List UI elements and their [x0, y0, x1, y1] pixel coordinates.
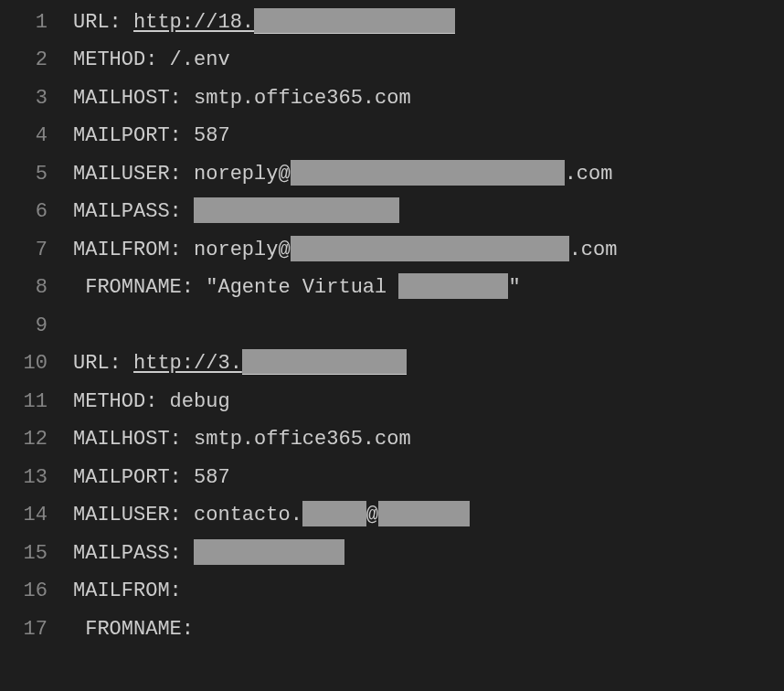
code-line[interactable]: 17 FROMNAME:: [0, 611, 784, 649]
line-content[interactable]: MAILUSER: noreply@.com: [73, 155, 612, 194]
line-number: 7: [0, 231, 73, 270]
code-line[interactable]: 6MAILPASS:: [0, 194, 784, 232]
line-number: 13: [0, 459, 73, 497]
line-number: 17: [0, 611, 73, 649]
code-line[interactable]: 4MAILPORT: 587: [0, 118, 784, 156]
line-content[interactable]: MAILPORT: 587: [73, 117, 230, 155]
url-link[interactable]: http://18.: [133, 4, 254, 42]
code-line[interactable]: 13MAILPORT: 587: [0, 459, 784, 497]
line-number: 3: [0, 80, 73, 118]
text-segment: .com: [565, 155, 613, 194]
code-editor[interactable]: 1URL: http://18.2METHOD: /.env3MAILHOST:…: [0, 0, 784, 649]
line-content[interactable]: MAILHOST: smtp.office365.com: [73, 80, 411, 118]
line-content[interactable]: MAILUSER: contacto.@: [73, 496, 470, 535]
code-line[interactable]: 8 FROMNAME: "Agente Virtual ": [0, 270, 784, 308]
line-number: 2: [0, 41, 73, 80]
line-number: 16: [0, 572, 73, 611]
text-segment: URL:: [73, 4, 133, 42]
line-content[interactable]: METHOD: debug: [73, 383, 230, 421]
line-content[interactable]: FROMNAME: "Agente Virtual ": [73, 269, 521, 307]
line-number: 9: [0, 307, 73, 346]
line-number: 4: [0, 117, 73, 155]
code-line[interactable]: 10URL: http://3.: [0, 346, 784, 384]
line-content[interactable]: MAILPASS:: [73, 535, 344, 573]
code-line[interactable]: 9: [0, 307, 784, 346]
code-line[interactable]: 11METHOD: debug: [0, 383, 784, 421]
line-content[interactable]: MAILFROM:: [73, 572, 182, 611]
code-line[interactable]: 5MAILUSER: noreply@.com: [0, 155, 784, 194]
indent: [73, 269, 85, 307]
code-line[interactable]: 15MAILPASS:: [0, 535, 784, 573]
code-line[interactable]: 3MAILHOST: smtp.office365.com: [0, 80, 784, 118]
text-segment: MAILUSER: contacto.: [73, 496, 302, 535]
url-link[interactable]: http://3.: [133, 345, 242, 383]
text-segment: METHOD: /.env: [73, 41, 230, 80]
line-number: 5: [0, 155, 73, 194]
redacted-block: [291, 236, 569, 261]
line-number: 12: [0, 420, 73, 459]
code-line[interactable]: 7MAILFROM: noreply@.com: [0, 231, 784, 270]
line-content[interactable]: MAILFROM: noreply@.com: [73, 231, 617, 270]
indent: [73, 611, 85, 649]
line-number: 11: [0, 383, 73, 421]
text-segment: MAILHOST: smtp.office365.com: [73, 420, 411, 459]
code-line[interactable]: 2METHOD: /.env: [0, 42, 784, 80]
text-segment: MAILPORT: 587: [73, 117, 230, 155]
redacted-block: [378, 501, 470, 526]
text-segment: @: [366, 496, 378, 535]
redacted-block: [194, 197, 399, 223]
line-number: 1: [0, 4, 73, 42]
code-line[interactable]: 12MAILHOST: smtp.office365.com: [0, 421, 784, 460]
code-line[interactable]: 1URL: http://18.: [0, 4, 784, 42]
line-number: 8: [0, 269, 73, 307]
line-content[interactable]: URL: http://18.: [73, 4, 455, 42]
text-segment: MAILFROM: noreply@: [73, 231, 291, 270]
line-content[interactable]: URL: http://3.: [73, 345, 407, 383]
text-segment: MAILPASS:: [73, 193, 194, 231]
line-content[interactable]: MAILHOST: smtp.office365.com: [73, 420, 411, 459]
redacted-block: [398, 273, 508, 299]
text-segment: METHOD: debug: [73, 383, 230, 421]
redacted-block: [242, 349, 407, 375]
line-content[interactable]: MAILPORT: 587: [73, 459, 230, 497]
text-segment: MAILHOST: smtp.office365.com: [73, 80, 411, 118]
text-segment: .com: [569, 231, 618, 270]
redacted-block: [194, 539, 344, 565]
text-segment: FROMNAME: "Agente Virtual: [85, 269, 398, 307]
line-content[interactable]: MAILPASS:: [73, 193, 399, 231]
line-number: 10: [0, 345, 73, 383]
line-number: 15: [0, 535, 73, 573]
text-segment: ": [508, 269, 520, 307]
text-segment: FROMNAME:: [85, 611, 194, 649]
text-segment: URL:: [73, 345, 133, 383]
text-segment: MAILUSER: noreply@: [73, 155, 291, 194]
line-number: 6: [0, 193, 73, 231]
line-content[interactable]: METHOD: /.env: [73, 41, 230, 80]
code-line[interactable]: 16MAILFROM:: [0, 573, 784, 611]
redacted-block: [254, 8, 455, 34]
redacted-block: [291, 160, 565, 186]
text-segment: MAILFROM:: [73, 572, 182, 611]
code-line[interactable]: 14MAILUSER: contacto.@: [0, 497, 784, 536]
line-number: 14: [0, 496, 73, 535]
text-segment: MAILPORT: 587: [73, 459, 230, 497]
redacted-block: [302, 501, 366, 526]
line-content[interactable]: FROMNAME:: [73, 611, 194, 649]
text-segment: MAILPASS:: [73, 535, 194, 573]
